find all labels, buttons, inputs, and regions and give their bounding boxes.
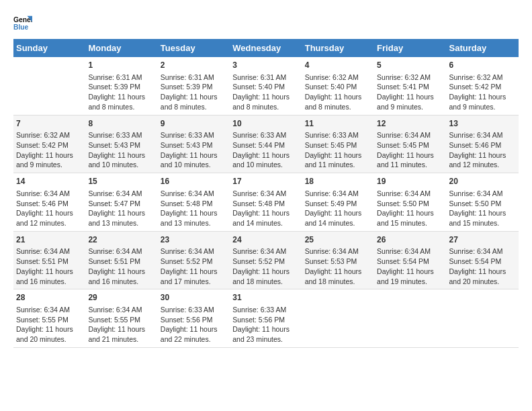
cell-info: Sunset: 5:43 PM <box>88 140 154 150</box>
cell-info: Daylight: 11 hours <box>232 150 299 161</box>
cell-info: and 11 minutes. <box>377 160 443 170</box>
calendar-cell: 30Sunrise: 6:33 AMSunset: 5:56 PMDayligh… <box>158 289 230 348</box>
cell-info: Daylight: 11 hours <box>305 150 371 161</box>
cell-info: Sunrise: 6:34 AM <box>232 189 299 199</box>
cell-info: Sunrise: 6:32 AM <box>16 130 83 140</box>
cell-info: Sunrise: 6:34 AM <box>377 246 443 257</box>
calendar-cell: 23Sunrise: 6:34 AMSunset: 5:52 PMDayligh… <box>158 231 230 289</box>
calendar-cell: 17Sunrise: 6:34 AMSunset: 5:48 PMDayligh… <box>230 173 302 232</box>
cell-info: Sunrise: 6:34 AM <box>377 130 443 140</box>
calendar-cell: 22Sunrise: 6:34 AMSunset: 5:51 PMDayligh… <box>85 231 157 289</box>
day-header-friday: Friday <box>374 39 446 57</box>
cell-info: Sunrise: 6:32 AM <box>377 73 443 83</box>
calendar-cell <box>374 289 446 348</box>
cell-info: Sunrise: 6:34 AM <box>16 305 83 315</box>
cell-info: Sunset: 5:54 PM <box>377 257 443 267</box>
cell-info: and 22 minutes. <box>161 334 227 345</box>
cell-info: Sunset: 5:47 PM <box>88 199 154 209</box>
cell-info: Sunrise: 6:34 AM <box>16 246 83 257</box>
cell-info: Sunrise: 6:33 AM <box>88 130 154 140</box>
calendar-cell: 26Sunrise: 6:34 AMSunset: 5:54 PMDayligh… <box>374 231 446 289</box>
cell-info: Sunrise: 6:32 AM <box>305 73 371 83</box>
logo: General Blue <box>13 13 35 32</box>
day-header-monday: Monday <box>85 39 157 57</box>
cell-info: Sunset: 5:52 PM <box>161 257 227 267</box>
day-number: 12 <box>377 118 443 130</box>
calendar-cell: 9Sunrise: 6:33 AMSunset: 5:43 PMDaylight… <box>158 115 230 173</box>
calendar-cell: 5Sunrise: 6:32 AMSunset: 5:41 PMDaylight… <box>374 57 446 115</box>
day-number: 15 <box>88 176 154 187</box>
calendar-cell <box>447 289 519 348</box>
cell-info: Sunset: 5:56 PM <box>161 315 227 325</box>
cell-info: and 12 minutes. <box>449 160 516 170</box>
cell-info: Sunrise: 6:34 AM <box>449 246 516 257</box>
cell-info: Sunset: 5:51 PM <box>16 257 83 267</box>
cell-info: and 14 minutes. <box>232 218 299 228</box>
cell-info: and 21 minutes. <box>88 334 154 345</box>
cell-info: Sunset: 5:50 PM <box>377 199 443 209</box>
day-header-thursday: Thursday <box>302 39 374 57</box>
cell-info: Daylight: 11 hours <box>88 150 154 161</box>
calendar-week-1: 1Sunrise: 6:31 AMSunset: 5:39 PMDaylight… <box>13 57 519 115</box>
cell-info: Sunset: 5:48 PM <box>161 199 227 209</box>
cell-info: Daylight: 11 hours <box>161 324 227 334</box>
cell-info: Daylight: 11 hours <box>16 267 83 277</box>
cell-info: and 13 minutes. <box>161 218 227 228</box>
cell-info: Sunset: 5:48 PM <box>232 199 299 209</box>
cell-info: and 14 minutes. <box>305 218 371 228</box>
cell-info: Sunrise: 6:34 AM <box>305 189 371 199</box>
calendar-cell <box>302 289 374 348</box>
cell-info: Daylight: 11 hours <box>161 267 227 277</box>
calendar-cell: 16Sunrise: 6:34 AMSunset: 5:48 PMDayligh… <box>158 173 230 232</box>
day-number: 31 <box>232 292 299 304</box>
calendar-cell: 7Sunrise: 6:32 AMSunset: 5:42 PMDaylight… <box>13 115 85 173</box>
cell-info: Sunrise: 6:34 AM <box>305 246 371 257</box>
day-number: 9 <box>161 118 227 130</box>
cell-info: Daylight: 11 hours <box>232 92 299 102</box>
calendar-cell: 2Sunrise: 6:31 AMSunset: 5:39 PMDaylight… <box>158 57 230 115</box>
day-number: 13 <box>449 118 516 130</box>
calendar-cell: 19Sunrise: 6:34 AMSunset: 5:50 PMDayligh… <box>374 173 446 232</box>
cell-info: and 10 minutes. <box>232 160 299 170</box>
cell-info: Sunrise: 6:33 AM <box>232 130 299 140</box>
day-number: 1 <box>88 60 154 71</box>
calendar-cell: 14Sunrise: 6:34 AMSunset: 5:46 PMDayligh… <box>13 173 85 232</box>
calendar-cell: 12Sunrise: 6:34 AMSunset: 5:45 PMDayligh… <box>374 115 446 173</box>
calendar-cell: 3Sunrise: 6:31 AMSunset: 5:40 PMDaylight… <box>230 57 302 115</box>
day-number: 30 <box>161 292 227 304</box>
cell-info: and 20 minutes. <box>449 277 516 287</box>
cell-info: Daylight: 11 hours <box>377 208 443 218</box>
day-number: 18 <box>305 176 371 187</box>
cell-info: Daylight: 11 hours <box>449 92 516 102</box>
cell-info: Daylight: 11 hours <box>161 208 227 218</box>
day-number: 2 <box>161 60 227 71</box>
day-number: 3 <box>232 60 299 71</box>
day-number: 14 <box>16 176 83 187</box>
cell-info: and 18 minutes. <box>232 277 299 287</box>
cell-info: Daylight: 11 hours <box>449 208 516 218</box>
day-number: 16 <box>161 176 227 187</box>
calendar-cell: 28Sunrise: 6:34 AMSunset: 5:55 PMDayligh… <box>13 289 85 348</box>
calendar-cell <box>13 57 85 115</box>
cell-info: Sunrise: 6:34 AM <box>161 246 227 257</box>
cell-info: Sunset: 5:40 PM <box>232 82 299 92</box>
cell-info: and 9 minutes. <box>449 102 516 112</box>
cell-info: and 16 minutes. <box>16 277 83 287</box>
cell-info: Sunrise: 6:33 AM <box>232 305 299 315</box>
calendar-header-row: SundayMondayTuesdayWednesdayThursdayFrid… <box>13 39 519 57</box>
cell-info: Sunset: 5:44 PM <box>232 140 299 150</box>
day-number: 5 <box>377 60 443 71</box>
calendar-cell: 31Sunrise: 6:33 AMSunset: 5:56 PMDayligh… <box>230 289 302 348</box>
cell-info: Daylight: 11 hours <box>161 150 227 161</box>
cell-info: Daylight: 11 hours <box>449 150 516 161</box>
calendar-week-5: 28Sunrise: 6:34 AMSunset: 5:55 PMDayligh… <box>13 289 519 348</box>
cell-info: Sunset: 5:46 PM <box>449 140 516 150</box>
day-number: 24 <box>232 234 299 246</box>
calendar-cell: 6Sunrise: 6:32 AMSunset: 5:42 PMDaylight… <box>447 57 519 115</box>
day-number: 22 <box>88 234 154 246</box>
cell-info: Sunset: 5:55 PM <box>16 315 83 325</box>
svg-text:Blue: Blue <box>13 24 29 31</box>
cell-info: Sunset: 5:39 PM <box>161 82 227 92</box>
calendar-cell: 15Sunrise: 6:34 AMSunset: 5:47 PMDayligh… <box>85 173 157 232</box>
cell-info: Sunset: 5:52 PM <box>232 257 299 267</box>
